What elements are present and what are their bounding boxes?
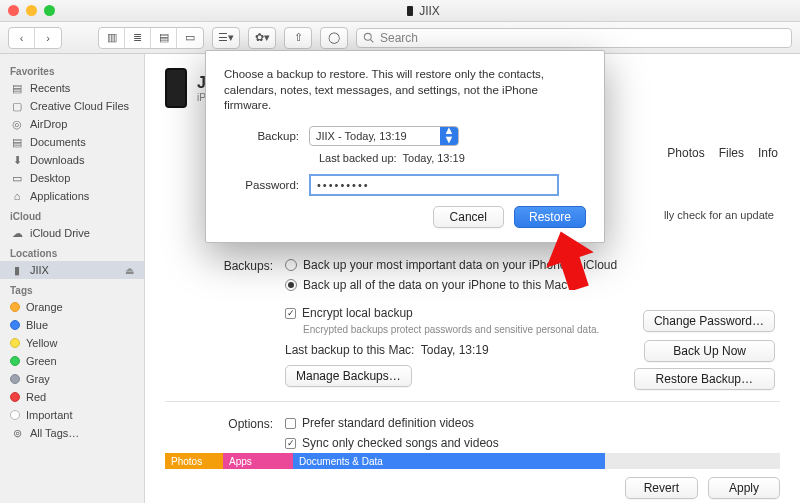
storage-docs: Documents & Data	[293, 453, 605, 469]
tab-info[interactable]: Info	[758, 146, 778, 160]
update-note: lly check for an update	[594, 209, 774, 221]
device-tabs: Photos Files Info	[667, 146, 778, 160]
action-menu[interactable]: ✿▾	[249, 28, 275, 48]
traffic-lights	[8, 5, 55, 16]
modal-password-label: Password:	[224, 179, 309, 191]
storage-free	[605, 453, 780, 469]
search-icon	[363, 32, 374, 43]
footer-buttons: Revert Apply	[625, 477, 780, 499]
modal-message: Choose a backup to restore. This will re…	[224, 67, 586, 114]
view-gallery[interactable]: ▭	[177, 28, 203, 48]
eject-icon[interactable]: ⏏	[125, 265, 134, 276]
back-button[interactable]: ‹	[9, 28, 35, 48]
sort-menu[interactable]: ☰▾	[213, 28, 239, 48]
sidebar-item-desktop[interactable]: ▭Desktop	[0, 169, 144, 187]
recents-icon: ▤	[10, 82, 24, 94]
modal-backup-value: JIIX - Today, 13:19	[310, 130, 440, 142]
restore-backup-button[interactable]: Restore Backup…	[634, 368, 775, 390]
checkbox-icon: ✓	[285, 438, 296, 449]
sidebar-tag-blue[interactable]: Blue	[0, 316, 144, 334]
sidebar-section-favorites: Favorites	[0, 60, 144, 79]
sidebar-tag-important[interactable]: Important	[0, 406, 144, 424]
nav-group: ‹ ›	[8, 27, 62, 49]
sidebar-item-airdrop[interactable]: ◎AirDrop	[0, 115, 144, 133]
sidebar-tag-red[interactable]: Red	[0, 388, 144, 406]
downloads-icon: ⬇	[10, 154, 24, 166]
storage-apps: Apps	[223, 453, 293, 469]
view-list[interactable]: ≣	[125, 28, 151, 48]
modal-password-input[interactable]	[309, 174, 559, 196]
device-image	[165, 68, 187, 108]
documents-icon: ▤	[10, 136, 24, 148]
titlebar: JIIX	[0, 0, 800, 22]
tag-dot-none	[10, 410, 20, 420]
radio-icloud[interactable]: Back up your most important data on your…	[285, 258, 780, 272]
folder-icon: ▢	[10, 100, 24, 112]
checkbox-sd[interactable]: Prefer standard definition videos	[285, 416, 780, 430]
apply-button[interactable]: Apply	[708, 477, 780, 499]
radio-mac[interactable]: Back up all of the data on your iPhone t…	[285, 278, 780, 292]
sidebar-section-tags: Tags	[0, 279, 144, 298]
sidebar-section-icloud: iCloud	[0, 205, 144, 224]
sidebar: Favorites ▤Recents ▢Creative Cloud Files…	[0, 54, 145, 503]
checkbox-icon: ✓	[285, 308, 296, 319]
icloud-icon: ☁	[10, 227, 24, 239]
tag-dot-green	[10, 356, 20, 366]
svg-line-1	[371, 40, 374, 43]
sidebar-tag-orange[interactable]: Orange	[0, 298, 144, 316]
modal-restore-button[interactable]: Restore	[514, 206, 586, 228]
modal-cancel-button[interactable]: Cancel	[433, 206, 504, 228]
sidebar-item-documents[interactable]: ▤Documents	[0, 133, 144, 151]
search-placeholder: Search	[380, 31, 418, 45]
minimize-icon[interactable]	[26, 5, 37, 16]
tag-button[interactable]: ◯	[321, 28, 347, 48]
close-icon[interactable]	[8, 5, 19, 16]
tab-photos[interactable]: Photos	[667, 146, 704, 160]
checkbox-sync[interactable]: ✓Sync only checked songs and videos	[285, 436, 780, 450]
search-field[interactable]: Search	[356, 28, 792, 48]
sidebar-item-device[interactable]: ▮JIIX⏏	[0, 261, 144, 279]
sidebar-item-iclouddrive[interactable]: ☁iCloud Drive	[0, 224, 144, 242]
radio-icon	[285, 259, 297, 271]
apps-icon: ⌂	[10, 190, 24, 202]
alltags-icon: ⊚	[10, 427, 24, 439]
tag-dot-blue	[10, 320, 20, 330]
window-title: JIIX	[55, 4, 792, 18]
window-title-text: JIIX	[419, 4, 440, 18]
revert-button[interactable]: Revert	[625, 477, 698, 499]
tag-dot-red	[10, 392, 20, 402]
change-password-button[interactable]: Change Password…	[643, 310, 775, 332]
sidebar-tag-all[interactable]: ⊚All Tags…	[0, 424, 144, 442]
restore-modal: Choose a backup to restore. This will re…	[205, 50, 605, 243]
tag-dot-orange	[10, 302, 20, 312]
back-up-now-button[interactable]: Back Up Now	[644, 340, 775, 362]
sidebar-item-ccfiles[interactable]: ▢Creative Cloud Files	[0, 97, 144, 115]
view-group: ▥ ≣ ▤ ▭	[98, 27, 204, 49]
sidebar-section-locations: Locations	[0, 242, 144, 261]
sidebar-item-recents[interactable]: ▤Recents	[0, 79, 144, 97]
label-backups: Backups:	[165, 258, 285, 387]
desktop-icon: ▭	[10, 172, 24, 184]
view-columns[interactable]: ▤	[151, 28, 177, 48]
radio-icon-selected	[285, 279, 297, 291]
modal-backup-label: Backup:	[224, 130, 309, 142]
sidebar-tag-gray[interactable]: Gray	[0, 370, 144, 388]
manage-backups-button[interactable]: Manage Backups…	[285, 365, 412, 387]
modal-backup-select[interactable]: JIIX - Today, 13:19 ▲▼	[309, 126, 459, 146]
forward-button[interactable]: ›	[35, 28, 61, 48]
sidebar-tag-green[interactable]: Green	[0, 352, 144, 370]
sidebar-tag-yellow[interactable]: Yellow	[0, 334, 144, 352]
tab-files[interactable]: Files	[719, 146, 744, 160]
modal-row-password: Password:	[224, 174, 586, 196]
device-icon	[407, 6, 413, 16]
modal-row-backup: Backup: JIIX - Today, 13:19 ▲▼	[224, 126, 586, 146]
storage-photos: Photos	[165, 453, 223, 469]
sidebar-item-downloads[interactable]: ⬇Downloads	[0, 151, 144, 169]
tag-dot-gray	[10, 374, 20, 384]
share-button[interactable]: ⇧	[285, 28, 311, 48]
svg-point-0	[364, 33, 371, 40]
sidebar-item-applications[interactable]: ⌂Applications	[0, 187, 144, 205]
view-icons[interactable]: ▥	[99, 28, 125, 48]
modal-lastbackup: Last backed up: Today, 13:19	[319, 152, 586, 164]
maximize-icon[interactable]	[44, 5, 55, 16]
